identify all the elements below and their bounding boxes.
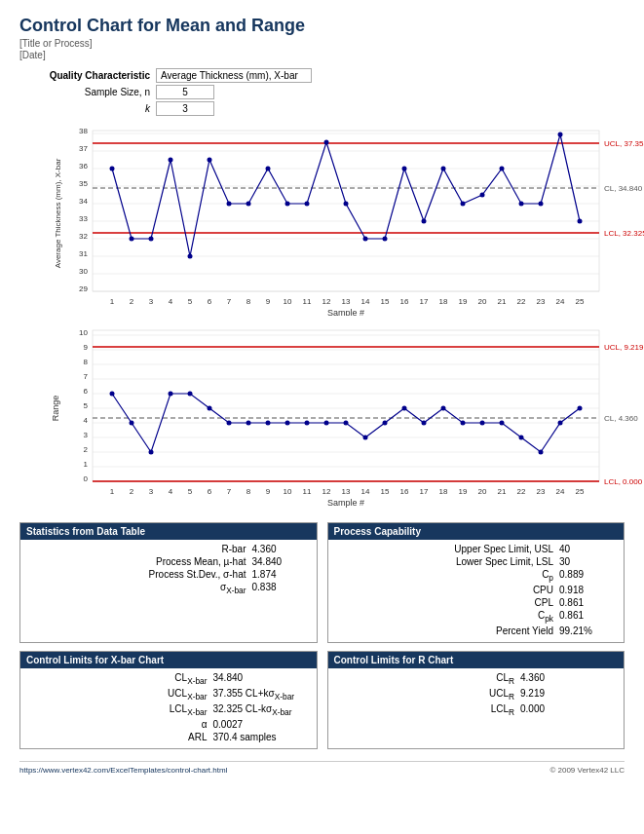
svg-point-45 — [441, 167, 446, 171]
control-xbar-header: Control Limits for X-bar Chart — [20, 652, 317, 668]
cpk-row: Cpk 0.861 — [334, 610, 619, 624]
svg-text:16: 16 — [400, 297, 409, 306]
cl-xbar-row: CLX-bar 34.840 — [26, 672, 311, 686]
footer-link[interactable]: https://www.vertex42.com/ExcelTemplates/… — [19, 766, 227, 775]
svg-text:15: 15 — [381, 297, 390, 306]
svg-point-115 — [227, 421, 232, 426]
svg-point-39 — [324, 140, 329, 145]
svg-text:10: 10 — [284, 297, 292, 306]
control-r-body: CLR 4.360 UCLR 9.219 LCLR 0.000 — [328, 668, 625, 723]
usl-label: Upper Spec Limit, USL — [334, 544, 560, 554]
svg-text:2: 2 — [130, 297, 134, 306]
lcl-r-value: 0.000 — [520, 703, 618, 717]
cl-xbar-label: CLX-bar — [26, 672, 213, 686]
svg-point-114 — [208, 406, 212, 411]
stddev-label: Process St.Dev., σ-hat — [26, 569, 252, 580]
svg-text:5: 5 — [84, 401, 89, 410]
svg-text:38: 38 — [79, 127, 88, 135]
svg-text:UCL, 9.219: UCL, 9.219 — [604, 343, 644, 352]
lsl-value: 30 — [559, 556, 618, 567]
cpu-row: CPU 0.918 — [334, 585, 619, 595]
svg-text:Sample #: Sample # — [327, 308, 364, 316]
svg-point-128 — [480, 421, 485, 426]
stats-row-sigma: σX-bar 0.838 — [26, 582, 311, 595]
svg-text:19: 19 — [459, 297, 468, 306]
svg-point-40 — [344, 202, 349, 207]
svg-text:20: 20 — [478, 487, 487, 496]
lcl-xbar-row: LCLX-bar 32.325 CL-kσX-bar — [26, 703, 311, 717]
svg-text:Sample #: Sample # — [327, 498, 364, 508]
svg-text:10: 10 — [284, 487, 292, 496]
svg-text:13: 13 — [342, 487, 351, 496]
svg-text:21: 21 — [498, 297, 507, 306]
sigma-value: 0.838 — [252, 582, 311, 595]
svg-text:6: 6 — [84, 387, 89, 396]
cpl-value: 0.861 — [559, 597, 618, 608]
rbar-label: R-bar — [26, 544, 252, 554]
svg-point-31 — [169, 158, 173, 163]
svg-text:8: 8 — [246, 297, 251, 306]
cl-r-value: 4.360 — [520, 672, 618, 686]
quality-label: Quality Characteristic — [19, 70, 156, 81]
yield-label: Percent Yield — [334, 626, 560, 636]
capability-header: Process Capability — [328, 523, 625, 540]
svg-point-116 — [246, 421, 251, 426]
mean-value: 34.840 — [252, 556, 311, 567]
svg-text:3: 3 — [149, 297, 154, 306]
cl-r-label: CLR — [334, 672, 521, 686]
capability-body: Upper Spec Limit, USL 40 Lower Spec Limi… — [328, 540, 625, 642]
svg-text:11: 11 — [303, 487, 312, 496]
svg-text:16: 16 — [400, 487, 409, 496]
yield-row: Percent Yield 99.21% — [334, 626, 619, 636]
footer-copyright: © 2009 Vertex42 LLC — [549, 766, 625, 775]
svg-rect-79 — [93, 330, 599, 481]
svg-text:23: 23 — [537, 487, 546, 496]
svg-point-49 — [519, 202, 524, 207]
svg-text:0: 0 — [84, 474, 89, 483]
svg-text:8: 8 — [246, 487, 251, 496]
svg-text:22: 22 — [517, 487, 526, 496]
arl-row: ARL 370.4 samples — [26, 732, 311, 742]
quality-row: Quality Characteristic — [19, 68, 625, 83]
svg-text:33: 33 — [79, 214, 88, 223]
svg-point-131 — [539, 450, 544, 455]
lsl-row: Lower Spec Limit, LSL 30 — [334, 556, 619, 567]
svg-point-129 — [500, 421, 505, 426]
svg-point-34 — [227, 202, 232, 207]
svg-point-121 — [344, 421, 349, 426]
svg-text:1: 1 — [84, 460, 89, 469]
k-row: k — [19, 101, 625, 116]
stats-row-rbar: R-bar 4.360 — [26, 544, 311, 554]
svg-text:UCL, 37.355: UCL, 37.355 — [604, 139, 644, 148]
svg-point-109 — [110, 392, 115, 397]
svg-text:19: 19 — [459, 487, 468, 496]
svg-text:7: 7 — [227, 487, 232, 496]
quality-input[interactable] — [156, 68, 312, 83]
svg-text:10: 10 — [79, 328, 88, 337]
svg-point-120 — [324, 421, 329, 426]
cpl-label: CPL — [334, 597, 560, 608]
svg-point-132 — [558, 421, 563, 426]
svg-text:35: 35 — [79, 179, 88, 188]
stats-header: Statistics from Data Table — [20, 523, 317, 540]
cpk-label: Cpk — [334, 610, 560, 624]
sample-size-input[interactable] — [156, 85, 214, 99]
svg-text:23: 23 — [537, 297, 546, 306]
alpha-row: α 0.0027 — [26, 719, 311, 730]
svg-point-133 — [578, 406, 583, 411]
control-section: Control Limits for X-bar Chart CLX-bar 3… — [19, 651, 625, 749]
svg-point-130 — [519, 436, 524, 440]
svg-text:LCL, 0.000: LCL, 0.000 — [604, 477, 643, 486]
lsl-label: Lower Spec Limit, LSL — [334, 556, 560, 567]
svg-text:31: 31 — [79, 249, 88, 258]
k-input[interactable] — [156, 101, 214, 116]
svg-point-127 — [461, 421, 466, 426]
svg-point-36 — [266, 167, 271, 171]
svg-text:32: 32 — [79, 232, 88, 241]
svg-point-122 — [363, 436, 368, 440]
ucl-r-value: 9.219 — [520, 688, 618, 701]
ucl-r-label: UCLR — [334, 688, 521, 701]
arl-value: 370.4 samples — [213, 732, 311, 742]
xbar-chart: 29 30 31 32 33 34 35 36 37 38 Average Th… — [19, 126, 625, 318]
svg-text:CL, 34.840: CL, 34.840 — [604, 184, 643, 193]
